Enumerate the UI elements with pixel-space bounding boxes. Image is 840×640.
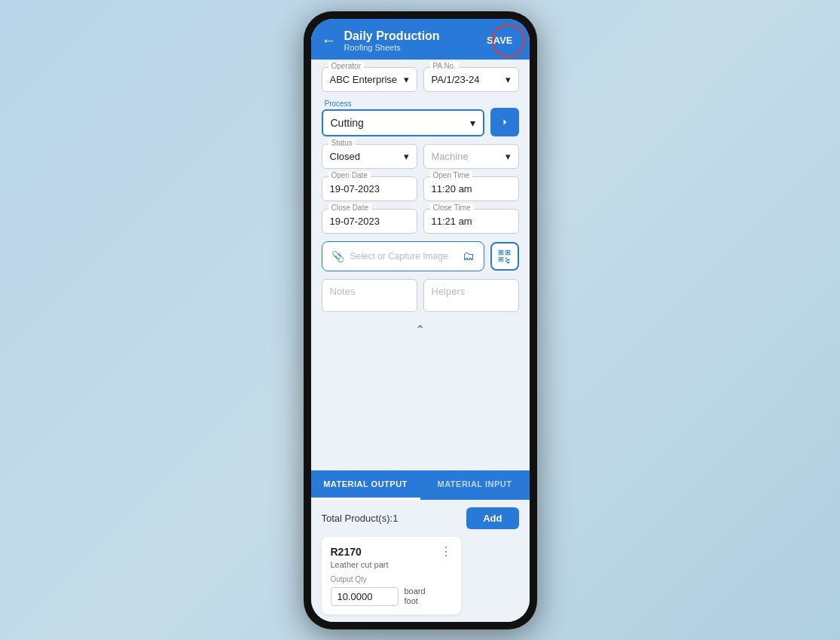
tab-material-input-label: MATERIAL INPUT xyxy=(438,479,512,488)
open-date-text: 19-07-2023 xyxy=(330,183,380,194)
product-menu-button[interactable]: ⋮ xyxy=(440,544,452,559)
close-date-label: Close Date xyxy=(328,204,371,212)
operator-field[interactable]: Operator ABC Enterprise ▾ xyxy=(322,67,417,92)
main-content: Operator ABC Enterprise ▾ PA No. PA/1/23… xyxy=(311,60,530,471)
machine-chevron-icon: ▾ xyxy=(506,151,511,162)
status-field[interactable]: Status Closed ▾ xyxy=(322,144,417,169)
operator-chevron-icon: ▾ xyxy=(404,74,409,85)
operator-pa-row: Operator ABC Enterprise ▾ PA No. PA/1/23… xyxy=(322,67,519,92)
machine-field[interactable]: Machine ▾ xyxy=(423,144,519,169)
unit-line2: foot xyxy=(405,596,418,605)
pa-no-text: PA/1/23-24 xyxy=(432,74,480,85)
unit-line1: board xyxy=(405,586,426,596)
product-name: Leather cut part xyxy=(331,560,452,569)
pa-no-label: PA No. xyxy=(430,62,459,70)
operator-label: Operator xyxy=(328,62,364,70)
add-product-button[interactable]: Add xyxy=(466,507,518,529)
close-time-text: 11:21 am xyxy=(432,216,472,227)
status-machine-row: Status Closed ▾ Machine ▾ xyxy=(322,144,519,169)
product-code: R2170 xyxy=(331,546,362,558)
material-output-content: Total Product(s):1 Add R2170 ⋮ Leather c… xyxy=(311,500,530,621)
close-date-text: 19-07-2023 xyxy=(330,216,380,227)
arrow-right-icon xyxy=(498,115,512,129)
process-field-group: Process Cutting ▾ xyxy=(322,100,484,136)
total-product-row: Total Product(s):1 Add xyxy=(322,507,519,529)
header-text: Daily Production Roofing Sheets xyxy=(344,29,474,52)
image-picker[interactable]: 📎 Select or Capture Image 🗂 xyxy=(322,241,484,271)
open-date-value[interactable]: 19-07-2023 xyxy=(322,177,417,201)
tab-material-output[interactable]: MATERIAL OUTPUT xyxy=(311,470,420,500)
pa-no-field[interactable]: PA No. PA/1/23-24 ▾ xyxy=(423,67,519,92)
close-time-value[interactable]: 11:21 am xyxy=(424,210,518,233)
open-time-value[interactable]: 11:20 am xyxy=(424,177,518,201)
process-arrow-button[interactable] xyxy=(490,108,519,136)
open-time-field[interactable]: Open Time 11:20 am xyxy=(423,176,519,201)
header-title: Daily Production xyxy=(344,29,474,43)
header-subtitle: Roofing Sheets xyxy=(344,43,474,52)
operator-text: ABC Enterprise xyxy=(330,74,398,85)
close-date-field[interactable]: Close Date 19-07-2023 xyxy=(322,209,417,234)
open-date-label: Open Date xyxy=(328,171,371,179)
output-qty-label: Output Qty xyxy=(331,575,452,583)
attachment-icon: 📎 xyxy=(331,250,344,262)
pa-no-chevron-icon: ▾ xyxy=(506,74,511,85)
app-header: ← Daily Production Roofing Sheets SAVE xyxy=(311,19,530,60)
material-tabs: MATERIAL OUTPUT MATERIAL INPUT xyxy=(311,470,530,500)
phone-screen: ← Daily Production Roofing Sheets SAVE O… xyxy=(311,19,530,622)
image-picker-row: 📎 Select or Capture Image 🗂 xyxy=(322,241,519,271)
helpers-value[interactable]: Helpers xyxy=(424,280,518,303)
collapse-row[interactable]: ⌃ xyxy=(322,320,519,340)
output-unit: board foot xyxy=(405,586,426,606)
operator-value[interactable]: ABC Enterprise ▾ xyxy=(322,68,417,91)
status-value[interactable]: Closed ▾ xyxy=(322,145,417,168)
machine-text: Machine xyxy=(432,151,469,162)
close-time-label: Close Time xyxy=(430,204,474,212)
phone-device: ← Daily Production Roofing Sheets SAVE O… xyxy=(304,11,537,629)
open-time-text: 11:20 am xyxy=(432,183,472,194)
total-product-text: Total Product(s):1 xyxy=(322,513,399,524)
process-chevron-icon: ▾ xyxy=(470,117,475,129)
qr-scan-button[interactable] xyxy=(490,242,519,271)
close-datetime-row: Close Date 19-07-2023 Close Time 11:21 a… xyxy=(322,209,519,234)
pa-no-value[interactable]: PA/1/23-24 ▾ xyxy=(424,68,518,91)
status-label: Status xyxy=(328,139,356,147)
tab-material-output-label: MATERIAL OUTPUT xyxy=(323,479,408,488)
output-qty-row: board foot xyxy=(331,586,452,606)
status-chevron-icon: ▾ xyxy=(404,151,409,162)
notes-value[interactable]: Notes xyxy=(322,280,417,303)
open-time-label: Open Time xyxy=(430,171,473,179)
status-text: Closed xyxy=(330,151,360,162)
save-button[interactable]: SAVE xyxy=(481,30,518,51)
helpers-placeholder: Helpers xyxy=(432,286,466,297)
process-row: Process Cutting ▾ xyxy=(322,100,519,136)
process-label: Process xyxy=(322,100,484,108)
tab-material-input[interactable]: MATERIAL INPUT xyxy=(420,470,530,500)
folder-icon: 🗂 xyxy=(463,250,475,263)
close-date-value[interactable]: 19-07-2023 xyxy=(322,210,417,233)
chevron-up-icon[interactable]: ⌃ xyxy=(415,323,425,337)
save-btn-wrapper: SAVE xyxy=(481,30,518,51)
helpers-field[interactable]: Helpers xyxy=(423,279,519,312)
qr-icon xyxy=(496,248,513,265)
open-date-field[interactable]: Open Date 19-07-2023 xyxy=(322,176,417,201)
notes-helpers-row: Notes Helpers xyxy=(322,279,519,312)
product-card-header: R2170 ⋮ xyxy=(331,544,452,559)
open-datetime-row: Open Date 19-07-2023 Open Time 11:20 am xyxy=(322,176,519,201)
image-picker-placeholder: Select or Capture Image xyxy=(350,251,448,262)
process-select[interactable]: Cutting ▾ xyxy=(322,109,484,136)
notes-field[interactable]: Notes xyxy=(322,279,417,312)
notes-placeholder: Notes xyxy=(330,286,356,297)
output-qty-input[interactable] xyxy=(331,587,399,606)
machine-value[interactable]: Machine ▾ xyxy=(424,145,518,168)
close-time-field[interactable]: Close Time 11:21 am xyxy=(423,209,519,234)
back-button[interactable]: ← xyxy=(322,32,337,49)
process-value: Cutting xyxy=(331,117,364,129)
product-card: R2170 ⋮ Leather cut part Output Qty boar… xyxy=(322,537,461,614)
